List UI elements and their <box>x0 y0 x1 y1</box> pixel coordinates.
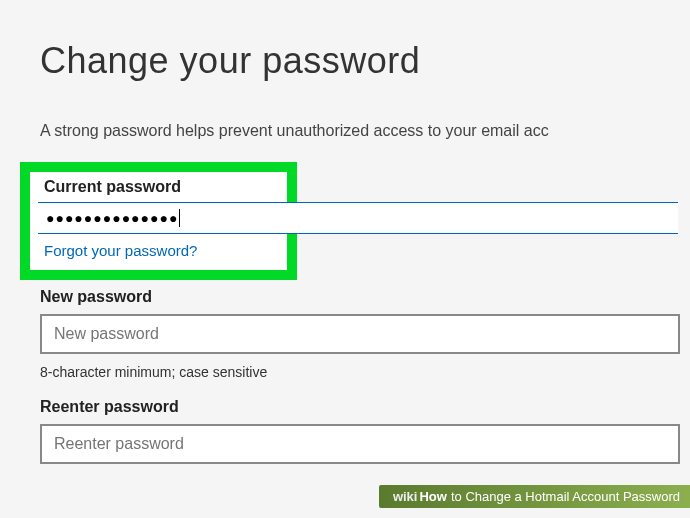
new-password-input[interactable] <box>40 314 680 354</box>
page-title: Change your password <box>40 40 690 82</box>
subtitle-text: A strong password helps prevent unauthor… <box>40 122 690 140</box>
wiki-logo-suffix: How <box>419 489 446 504</box>
forgot-password-link[interactable]: Forgot your password? <box>44 242 197 259</box>
password-hint: 8-character minimum; case sensitive <box>40 364 690 380</box>
new-password-group: New password 8-character minimum; case s… <box>40 288 690 380</box>
current-password-label: Current password <box>44 178 273 196</box>
current-password-input[interactable]: ●●●●●●●●●●●●●● <box>38 202 678 234</box>
reenter-password-input[interactable] <box>40 424 680 464</box>
current-password-highlight: Current password ●●●●●●●●●●●●●● Forgot y… <box>20 162 297 280</box>
reenter-password-group: Reenter password <box>40 398 690 464</box>
text-cursor <box>179 209 180 227</box>
banner-text: to Change a Hotmail Account Password <box>451 489 680 504</box>
reenter-password-label: Reenter password <box>40 398 690 416</box>
password-dots: ●●●●●●●●●●●●●● <box>46 210 178 226</box>
new-password-label: New password <box>40 288 690 306</box>
wikihow-banner: wikiHow to Change a Hotmail Account Pass… <box>379 485 690 508</box>
wiki-logo-prefix: wiki <box>393 489 418 504</box>
